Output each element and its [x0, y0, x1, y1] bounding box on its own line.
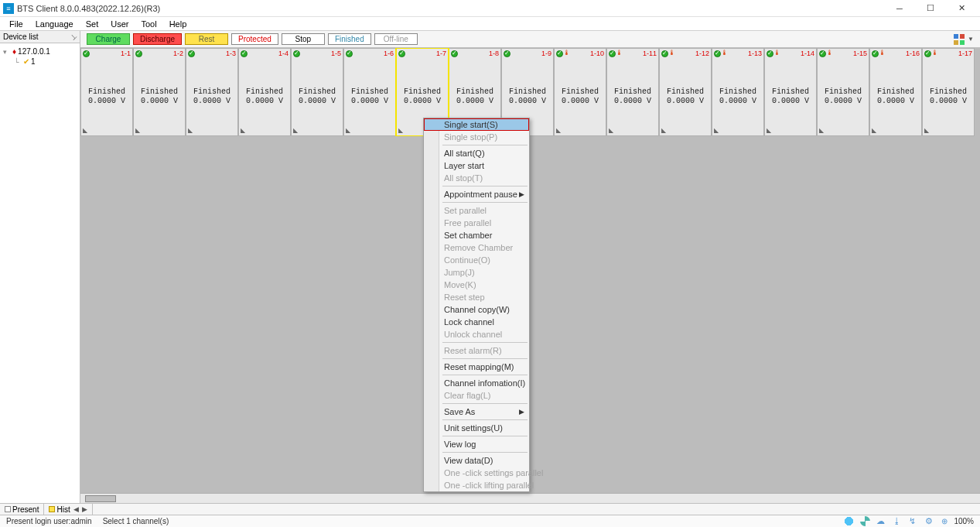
menu-tool[interactable]: Tool [136, 19, 161, 29]
layout-grid-icon[interactable] [954, 34, 965, 45]
channel-body: Finished0.0000 V [825, 58, 862, 135]
channel-id: 1-7 [436, 50, 446, 57]
close-button[interactable]: ✕ [946, 0, 977, 17]
channel-cell[interactable]: 1-13Finished0.0000 V◣ [712, 48, 764, 136]
status-ok-icon [398, 50, 405, 57]
menu-separator [442, 358, 528, 359]
thermometer-icon [879, 50, 886, 57]
menu-set[interactable]: Set [81, 19, 104, 29]
channel-cell[interactable]: 1-6Finished0.0000 V◣ [343, 48, 396, 136]
menu-item-label: Set parallel [444, 206, 487, 215]
channel-cell-header: 1-7 [397, 49, 448, 58]
status-rest-button[interactable]: Rest [185, 33, 228, 45]
channel-cell[interactable]: 1-1Finished0.0000 V◣ [80, 48, 133, 136]
menu-user[interactable]: User [106, 19, 133, 29]
tab-nav-right-icon[interactable]: ▶ [82, 505, 87, 513]
status-finished-button[interactable]: Finished [328, 33, 371, 45]
channel-cell[interactable]: 1-16Finished0.0000 V◣ [869, 48, 922, 136]
resize-handle-icon: ◣ [661, 127, 666, 134]
sync-icon[interactable]: ↯ [909, 516, 919, 526]
channel-cell-header: 1-1 [81, 49, 132, 58]
channel-cell[interactable]: 1-2Finished0.0000 V◣ [133, 48, 186, 136]
download-icon[interactable]: ⭳ [893, 516, 903, 526]
menu-item[interactable]: Channel copy(W) [424, 303, 529, 316]
menu-item[interactable]: View data(D) [424, 454, 529, 467]
menu-separator [442, 419, 528, 420]
tree-node-child[interactable]: └ ✔ 1 [3, 56, 77, 67]
menu-item[interactable]: Lock channel [424, 316, 529, 328]
status-charge-button[interactable]: Charge [87, 33, 130, 45]
channel-cell[interactable]: 1-15Finished0.0000 V◣ [817, 48, 869, 136]
menu-item[interactable]: Single start(S) [424, 118, 529, 131]
tab-present[interactable]: Present [0, 504, 44, 515]
tab-nav-left-icon[interactable]: ◀ [73, 505, 79, 513]
cloud-icon[interactable]: ☁ [876, 516, 886, 526]
scrollbar-thumb[interactable] [85, 495, 116, 502]
check-icon: ✔ [23, 57, 29, 66]
menu-item-label: Remove Chamber [444, 243, 513, 252]
maximize-button[interactable]: ☐ [915, 0, 946, 17]
menu-item[interactable]: View log [424, 438, 529, 450]
minimize-button[interactable]: ─ [884, 0, 915, 17]
fan-icon[interactable] [860, 516, 870, 526]
pin-icon[interactable]: ⊣ [69, 32, 79, 42]
tree-collapse-icon[interactable]: ▾ [3, 48, 11, 56]
menu-item[interactable]: Channel infomation(I) [424, 377, 529, 389]
menu-item[interactable]: Layer start [424, 159, 529, 172]
status-toolbar: Charge Discharge Rest Protected Stop Fin… [80, 31, 980, 48]
tree-node-root[interactable]: ▾ ♦ 127.0.0.1 [3, 46, 77, 56]
channel-cell[interactable]: 1-14Finished0.0000 V◣ [764, 48, 817, 136]
menu-item: Reset step [424, 291, 529, 303]
channel-flags [661, 50, 676, 57]
status-stop-button[interactable]: Stop [282, 33, 325, 45]
channel-status: Finished [193, 87, 230, 97]
channel-status: Finished [246, 87, 283, 97]
channel-cell-header: 1-16 [870, 49, 921, 58]
channel-cell[interactable]: 1-10Finished0.0000 V◣ [554, 48, 606, 136]
channel-cell[interactable]: 1-17Finished0.0000 V◣ [922, 48, 975, 136]
menu-item[interactable]: Save As▶ [424, 406, 529, 418]
channel-cell[interactable]: 1-3Finished0.0000 V◣ [186, 48, 238, 136]
menu-file[interactable]: File [5, 19, 28, 29]
menu-item-label: Lock channel [444, 317, 494, 327]
channel-cell-header: 1-8 [449, 49, 500, 58]
menu-item[interactable]: Unit settings(U) [424, 422, 529, 434]
channel-cell[interactable]: 1-12Finished0.0000 V◣ [659, 48, 712, 136]
channel-flags [872, 50, 886, 57]
menu-item: One -click settings parallel [424, 467, 529, 479]
status-offline-button[interactable]: Off-line [374, 33, 418, 45]
menu-separator [442, 186, 528, 187]
status-protected-button[interactable]: Protected [231, 33, 278, 45]
status-discharge-button[interactable]: Discharge [133, 33, 182, 45]
layout-dropdown-icon[interactable]: ▼ [968, 36, 974, 43]
channel-body: Finished0.0000 V [299, 58, 336, 135]
channel-cell[interactable]: 1-4Finished0.0000 V◣ [238, 48, 291, 136]
menu-item[interactable]: All start(Q) [424, 147, 529, 159]
context-menu: Single start(S)Single stop(P)All start(Q… [423, 118, 530, 492]
channel-value: 0.0000 V [509, 97, 546, 106]
menu-item-label: Reset step [444, 293, 485, 302]
menu-separator [442, 342, 528, 343]
channel-flags [504, 50, 510, 57]
gear-icon[interactable]: ⚙ [925, 516, 935, 526]
status-ok-icon [504, 50, 510, 57]
chat-icon[interactable] [844, 516, 854, 526]
menu-language[interactable]: Language [31, 19, 78, 29]
channel-value: 0.0000 V [246, 97, 283, 106]
menu-item-label: All stop(T) [444, 173, 483, 183]
channel-cell[interactable]: 1-11Finished0.0000 V◣ [606, 48, 659, 136]
channel-cell[interactable]: 1-5Finished0.0000 V◣ [291, 48, 343, 136]
channel-id: 1-15 [853, 50, 867, 57]
menu-item[interactable]: Appointment pause▶ [424, 188, 529, 200]
tab-hist[interactable]: Hist ◀ ▶ [44, 504, 92, 515]
zoom-icon[interactable]: ⊕ [941, 517, 948, 525]
menu-item[interactable]: Set chamber [424, 229, 529, 241]
menu-item[interactable]: Reset mapping(M) [424, 361, 529, 373]
menu-help[interactable]: Help [165, 19, 192, 29]
status-ok-icon [767, 50, 773, 57]
menu-item-label: Move(K) [444, 280, 476, 289]
status-ok-icon [556, 50, 563, 57]
menu-item-label: Appointment pause [444, 190, 517, 199]
horizontal-scrollbar[interactable] [80, 493, 980, 503]
menu-item: Move(K) [424, 279, 529, 291]
